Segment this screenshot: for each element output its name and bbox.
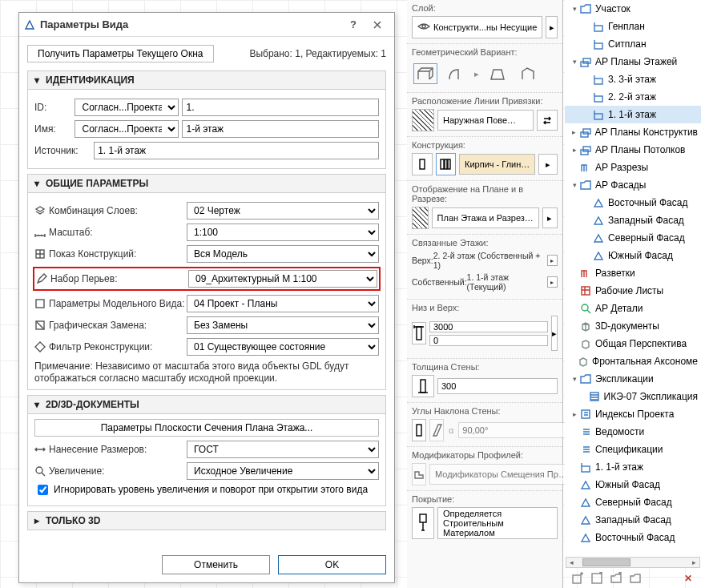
scrollbar-thumb[interactable] <box>582 558 630 566</box>
tree-item[interactable]: 1. 1-й этаж <box>565 458 701 476</box>
tree-item[interactable]: Восточный Фасад <box>565 529 701 546</box>
section-3donly-header[interactable]: ▸ ТОЛЬКО 3D <box>27 511 386 530</box>
geom-straight-icon[interactable] <box>413 63 437 84</box>
elev-icon <box>592 249 605 262</box>
geom-trapez-icon[interactable] <box>485 63 510 84</box>
tree-item[interactable]: 2. 2-й этаж <box>565 88 701 106</box>
tree-item[interactable]: Западный Фасад <box>565 511 701 529</box>
geom-curved-icon[interactable] <box>444 63 468 84</box>
id-field[interactable] <box>182 99 379 116</box>
tree-item[interactable]: 1. 1-й этаж <box>565 106 701 123</box>
tree-item[interactable]: ▸АР Планы Потолков <box>565 141 701 159</box>
tree-item[interactable]: Рабочие Листы <box>565 282 701 300</box>
id-mode-select[interactable]: Согласн...Проекта <box>75 99 179 116</box>
tree-item[interactable]: 3D-документы <box>565 317 701 335</box>
delete-icon[interactable]: ✕ <box>681 571 695 586</box>
section-2d3d-header[interactable]: ▾ 2D/3D-ДОКУМЕНТЫ <box>27 395 386 414</box>
tree-item[interactable]: Южный Фасад <box>565 247 701 264</box>
tree-item[interactable]: Фронтальная Аксономе <box>565 352 701 370</box>
tree-item[interactable]: ▾Экспликации <box>565 370 701 388</box>
tree-item[interactable]: ▾АР Планы Этажей <box>565 53 701 70</box>
top-link-button[interactable]: ▸ <box>547 255 558 266</box>
tree-item[interactable]: ИКЭ-07 Экспликация <box>565 388 701 405</box>
tree-caret-icon[interactable]: ▾ <box>570 5 579 13</box>
tree-item[interactable]: Северный Фасад <box>565 493 701 511</box>
help-button[interactable]: ? <box>341 15 365 34</box>
save-view-icon[interactable] <box>590 571 604 586</box>
section-identification-header[interactable]: ▾ ИДЕНТИФИКАЦИЯ <box>27 70 386 90</box>
tree-item[interactable]: Западный Фасад <box>565 211 701 229</box>
new-folder-icon[interactable] <box>609 571 623 586</box>
tree-item[interactable]: Генплан <box>565 18 701 35</box>
get-current-window-button[interactable]: Получить Параметры Текущего Окна <box>27 45 214 62</box>
tree-caret-icon[interactable]: ▸ <box>570 128 579 136</box>
tree-scrollbar[interactable]: ◂ ▸ <box>566 557 700 568</box>
tree-item[interactable]: ▸АР Планы Конструктив <box>565 123 701 141</box>
single-material-icon[interactable] <box>412 153 433 175</box>
new-view-icon[interactable] <box>570 571 585 586</box>
navigator-tree[interactable]: ▾УчастокГенпланСитплан▾АР Планы Этажей3.… <box>565 0 701 561</box>
tree-item[interactable]: Ситплан <box>565 35 701 53</box>
construction-select[interactable]: Кирпич - Глин… <box>459 154 535 175</box>
tree-item[interactable]: ▾Участок <box>565 0 701 18</box>
pen-set-select[interactable]: 09_Архитектурный М 1:100 <box>188 270 377 288</box>
tree-caret-icon[interactable]: ▾ <box>570 181 579 189</box>
mvo-select[interactable]: 04 Проект - Планы <box>187 295 379 312</box>
tree-caret-icon[interactable]: ▾ <box>570 58 579 66</box>
tree-item[interactable]: ▾АР Фасады <box>565 176 701 194</box>
tree-caret-icon[interactable]: ▾ <box>570 375 579 383</box>
slant-vertical-icon[interactable] <box>412 419 426 441</box>
tree-caret-icon[interactable]: ▸ <box>570 146 579 154</box>
height-arrow-button[interactable]: ▸ <box>551 316 558 351</box>
tree-item[interactable]: АР Разрезы <box>565 159 701 176</box>
clone-folder-icon[interactable] <box>628 571 643 586</box>
tree-item[interactable]: Общая Перспектива <box>565 335 701 352</box>
floor-plan-cut-settings-button[interactable]: Параметры Плоскости Сечения Плана Этажа.… <box>34 419 379 437</box>
svg-rect-9 <box>417 327 421 340</box>
surface-paint-icon[interactable] <box>412 507 434 539</box>
ignore-zoom-checkbox[interactable] <box>38 485 48 495</box>
elev-icon <box>579 496 592 509</box>
dialog-titlebar[interactable]: Параметры Вида ? <box>19 13 394 37</box>
zoom-select[interactable]: Исходное Увеличение <box>187 462 379 480</box>
slant-angled-icon[interactable] <box>429 419 444 441</box>
display-select[interactable]: План Этажа и Разрез… <box>432 207 539 228</box>
geometry-variant-picker[interactable]: ▸ <box>412 60 558 87</box>
layer-selector[interactable]: Конструкти...ны Несущие <box>412 16 542 38</box>
tree-item[interactable]: Восточный Фасад <box>565 194 701 211</box>
close-button[interactable] <box>365 15 389 34</box>
tree-item[interactable]: Северный Фасад <box>565 229 701 247</box>
list-icon <box>579 443 592 456</box>
own-link-button[interactable]: ▸ <box>547 276 558 288</box>
reference-line-select[interactable]: Наружная Пове… <box>437 110 534 131</box>
display-arrow-button[interactable]: ▸ <box>542 207 558 228</box>
ok-button[interactable]: OK <box>278 555 386 574</box>
surface-display[interactable]: Определяется Строительным Материалом <box>437 507 558 539</box>
renovation-filter-select[interactable]: 01 Существующее состояние <box>187 338 379 356</box>
layer-arrow-button[interactable]: ▸ <box>546 16 558 38</box>
tree-caret-icon[interactable]: ▸ <box>570 410 579 418</box>
bottom-height-input[interactable] <box>429 335 548 346</box>
composite-icon[interactable] <box>436 153 457 175</box>
tree-item[interactable]: АР Детали <box>565 300 701 317</box>
tree-item[interactable]: Южный Фасад <box>565 476 701 493</box>
name-mode-select[interactable]: Согласн...Проекта <box>75 120 179 138</box>
top-height-input[interactable] <box>429 321 548 332</box>
name-field[interactable] <box>182 120 379 138</box>
thickness-input[interactable] <box>437 378 558 394</box>
refline-flip-button[interactable] <box>537 110 558 131</box>
tree-item[interactable]: ▸Индексы Проекта <box>565 405 701 423</box>
scale-select[interactable]: 1:100 <box>187 224 379 241</box>
dimensions-select[interactable]: ГОСТ <box>187 441 379 458</box>
geom-poly-icon[interactable] <box>516 63 540 84</box>
construction-display-select[interactable]: Вся Модель <box>187 245 379 263</box>
tree-item[interactable]: Ведомости <box>565 423 701 441</box>
layer-combo-select[interactable]: 02 Чертеж <box>187 202 379 219</box>
graphic-override-select[interactable]: Без Замены <box>187 316 379 334</box>
tree-item[interactable]: Разветки <box>565 264 701 282</box>
section-general-header[interactable]: ▾ ОБЩИЕ ПАРАМЕТРЫ <box>27 174 386 193</box>
cancel-button[interactable]: Отменить <box>162 555 270 574</box>
tree-item[interactable]: Спецификации <box>565 441 701 458</box>
construction-arrow-button[interactable]: ▸ <box>538 154 558 175</box>
tree-item[interactable]: 3. 3-й этаж <box>565 70 701 88</box>
